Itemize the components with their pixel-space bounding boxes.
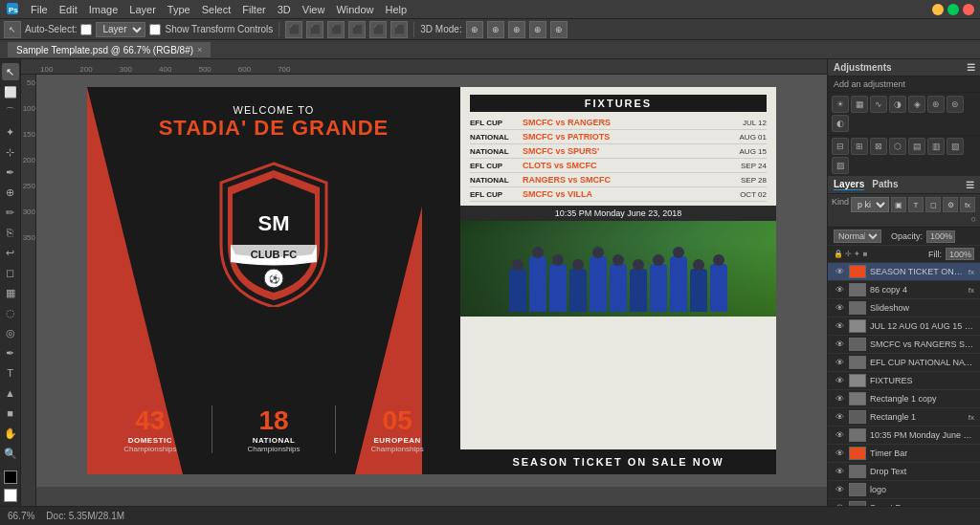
- menu-edit[interactable]: Edit: [59, 4, 78, 15]
- adjustments-menu-icon[interactable]: ☰: [967, 62, 975, 73]
- show-transform-checkbox[interactable]: [149, 24, 161, 35]
- menu-layer[interactable]: Layer: [129, 4, 156, 15]
- layer-row[interactable]: 👁 Drop Text: [828, 463, 980, 481]
- layer-row[interactable]: 👁 Rectangle 1 fx: [828, 408, 980, 427]
- 3d-slide-icon[interactable]: ⊕: [529, 21, 546, 38]
- menu-select[interactable]: Select: [202, 4, 232, 15]
- filter-text-icon[interactable]: T: [908, 197, 924, 212]
- zoom-tool[interactable]: 🔍: [2, 445, 19, 462]
- lasso-tool[interactable]: ⌒: [2, 103, 19, 120]
- photo-filter-icon[interactable]: ⊟: [832, 138, 849, 155]
- opacity-input[interactable]: [926, 230, 955, 243]
- layer-row[interactable]: 👁 EFL CUP NATIONAL NATI...: [828, 354, 980, 372]
- layer-row[interactable]: 👁 JUL 12 AUG 01 AUG 15 S...: [828, 317, 980, 336]
- kind-dropdown[interactable]: p kind: [851, 197, 889, 212]
- brush-tool[interactable]: ✏: [2, 204, 19, 221]
- magic-wand-tool[interactable]: ✦: [2, 123, 19, 141]
- selection-tool[interactable]: ⬜: [2, 83, 19, 100]
- shape-tool[interactable]: ■: [2, 405, 19, 422]
- hand-tool[interactable]: ✋: [2, 425, 19, 442]
- blend-mode-dropdown[interactable]: Normal: [834, 230, 881, 243]
- filter-effects-icon[interactable]: fx: [960, 197, 975, 212]
- background-color-swatch[interactable]: [4, 489, 17, 502]
- layer-row[interactable]: 👁 Slideshow: [828, 299, 980, 317]
- layer-row[interactable]: 👁 FIXTURES: [828, 372, 980, 390]
- clone-stamp-tool[interactable]: ⎘: [2, 224, 19, 241]
- layer-row[interactable]: 👁 10:35 PM Monday June 23...: [828, 427, 980, 445]
- layer-visibility-icon[interactable]: 👁: [834, 484, 845, 495]
- blur-tool[interactable]: ◌: [2, 304, 19, 321]
- close-button[interactable]: [963, 4, 974, 15]
- align-center-v-icon[interactable]: ⬛: [369, 21, 387, 38]
- selective-color-icon[interactable]: ▨: [832, 157, 849, 174]
- levels-icon[interactable]: ▦: [851, 96, 868, 113]
- brightness-contrast-icon[interactable]: ☀: [832, 96, 849, 113]
- crop-tool[interactable]: ⊹: [2, 143, 19, 161]
- layer-row[interactable]: 👁 logo: [828, 481, 980, 499]
- eraser-tool[interactable]: ◻: [2, 264, 19, 281]
- layer-row[interactable]: 👁 SMCFC vs RANGERS SMC...: [828, 336, 980, 354]
- align-right-icon[interactable]: ⬛: [327, 21, 345, 38]
- channel-mixer-icon[interactable]: ⊞: [851, 138, 868, 155]
- layer-visibility-icon[interactable]: 👁: [834, 320, 845, 332]
- 3d-scale-icon[interactable]: ⊕: [550, 21, 568, 38]
- fill-input[interactable]: [946, 248, 974, 260]
- layer-row[interactable]: 👁 Timer Bar: [828, 445, 980, 463]
- invert-icon[interactable]: ⬡: [889, 138, 906, 155]
- filter-toggle[interactable]: ○: [971, 214, 976, 224]
- dodge-tool[interactable]: ◎: [2, 324, 19, 341]
- color-balance-icon[interactable]: ⊜: [947, 96, 964, 113]
- auto-select-checkbox[interactable]: [80, 24, 92, 35]
- align-bottom-icon[interactable]: ⬛: [390, 21, 408, 38]
- maximize-button[interactable]: [947, 4, 959, 15]
- pen-tool[interactable]: ✒: [2, 344, 19, 361]
- layer-visibility-icon[interactable]: 👁: [834, 302, 845, 314]
- eyedropper-tool[interactable]: ✒: [2, 164, 19, 181]
- exposure-icon[interactable]: ◑: [889, 96, 906, 113]
- healing-brush-tool[interactable]: ⊕: [2, 184, 19, 201]
- type-tool[interactable]: T: [2, 364, 19, 382]
- foreground-color-swatch[interactable]: [4, 470, 17, 484]
- layer-row[interactable]: 👁 86 copy 4 fx: [828, 281, 980, 299]
- 3d-pan-icon[interactable]: ⊕: [508, 21, 525, 38]
- curves-icon[interactable]: ∿: [870, 96, 887, 113]
- 3d-roll-icon[interactable]: ⊕: [487, 21, 504, 38]
- layer-visibility-icon[interactable]: 👁: [834, 466, 845, 477]
- menu-file[interactable]: File: [31, 4, 48, 15]
- layer-visibility-icon[interactable]: 👁: [834, 393, 845, 405]
- menu-view[interactable]: View: [302, 4, 325, 15]
- threshold-icon[interactable]: ▥: [927, 138, 945, 155]
- canvas-workspace[interactable]: WELCOME TO STADIA' DE GRANDE SM: [36, 75, 827, 487]
- path-selection-tool[interactable]: ▲: [2, 384, 19, 402]
- hue-saturation-icon[interactable]: ⊛: [927, 96, 945, 113]
- layer-visibility-icon[interactable]: 👁: [834, 284, 845, 295]
- minimize-button[interactable]: [932, 4, 944, 15]
- menu-ps[interactable]: Ps: [6, 2, 19, 17]
- move-tool[interactable]: ↖: [2, 63, 19, 80]
- filter-pixel-icon[interactable]: ▣: [891, 197, 906, 212]
- black-white-icon[interactable]: ◐: [832, 115, 849, 132]
- layer-visibility-icon[interactable]: 👁: [834, 448, 845, 459]
- layer-visibility-icon[interactable]: 👁: [834, 502, 845, 506]
- gradient-tool[interactable]: ▦: [2, 284, 19, 301]
- tab-close-icon[interactable]: ×: [197, 45, 202, 55]
- posterize-icon[interactable]: ▤: [908, 138, 925, 155]
- auto-select-dropdown[interactable]: Layer: [96, 22, 145, 37]
- gradient-map-icon[interactable]: ▧: [947, 138, 964, 155]
- move-tool-icon[interactable]: ↖: [4, 21, 21, 38]
- layer-visibility-icon[interactable]: 👁: [834, 411, 845, 423]
- align-left-icon[interactable]: ⬛: [285, 21, 302, 38]
- layer-row[interactable]: 👁 Smart Drape: [828, 499, 980, 506]
- filter-shape-icon[interactable]: ◻: [925, 197, 941, 212]
- color-lookup-icon[interactable]: ⊠: [870, 138, 887, 155]
- menu-help[interactable]: Help: [386, 4, 408, 15]
- layer-visibility-icon[interactable]: 👁: [834, 375, 845, 386]
- filter-smart-icon[interactable]: ⚙: [943, 197, 958, 212]
- layer-visibility-icon[interactable]: 👁: [834, 339, 845, 350]
- layers-menu-icon[interactable]: ☰: [966, 180, 974, 190]
- align-top-icon[interactable]: ⬛: [348, 21, 366, 38]
- menu-3d[interactable]: 3D: [278, 4, 291, 15]
- document-tab[interactable]: Sample Template.psd @ 66.7% (RGB/8#) ×: [8, 42, 211, 57]
- paths-tab[interactable]: Paths: [872, 179, 898, 190]
- menu-filter[interactable]: Filter: [242, 4, 265, 15]
